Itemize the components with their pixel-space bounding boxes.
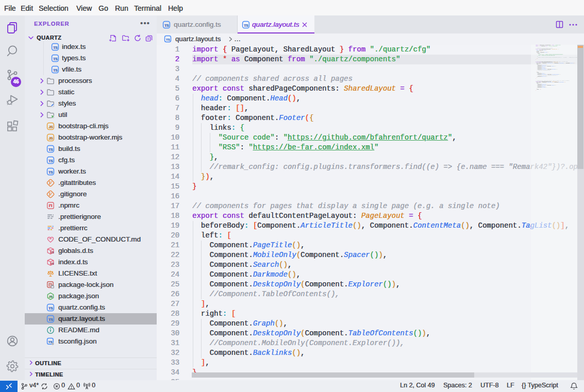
svg-text:TS: TS [164, 24, 169, 27]
svg-text:TS: TS [48, 148, 53, 151]
svg-text:JS: JS [48, 125, 53, 129]
svg-text:TS: TS [48, 318, 53, 321]
svg-text:TS: TS [48, 340, 52, 344]
svg-text:JS: JS [48, 295, 52, 298]
svg-text:JS: JS [48, 137, 53, 140]
svg-text:TS: TS [51, 251, 54, 254]
svg-text:TS: TS [244, 24, 248, 27]
svg-text:TS: TS [51, 262, 54, 265]
svg-text:TS: TS [53, 69, 58, 72]
svg-text:TS: TS [48, 159, 53, 163]
svg-text:TS: TS [53, 57, 58, 61]
svg-text:TS: TS [53, 46, 58, 49]
svg-text:TS: TS [48, 171, 53, 174]
svg-text:TS: TS [166, 38, 170, 41]
svg-text:TS: TS [48, 306, 53, 310]
